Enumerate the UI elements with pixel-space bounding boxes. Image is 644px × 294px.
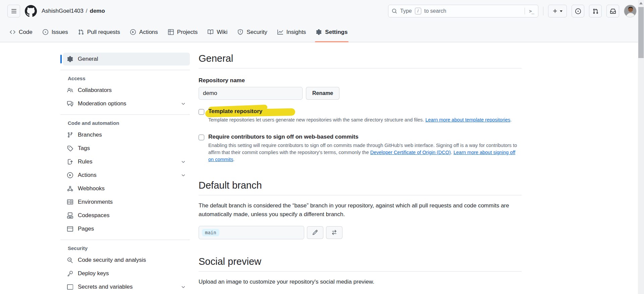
sidebar-item-code-security[interactable]: Code security and analysis <box>63 254 190 266</box>
avatar-photo <box>624 5 637 17</box>
default-branch-input[interactable]: main <box>199 226 304 239</box>
tab-actions[interactable]: Actions <box>125 22 163 42</box>
tab-label: Pull requests <box>87 29 120 36</box>
repository-name-input[interactable] <box>199 87 303 100</box>
header-divider <box>543 7 543 15</box>
sidebar-item-secrets-variables[interactable]: Secrets and variables <box>63 281 190 293</box>
tab-label: Wiki <box>217 29 227 36</box>
chevron-down-icon <box>181 159 186 164</box>
sidebar-item-label: Code security and analysis <box>78 257 146 263</box>
breadcrumb-separator: / <box>86 8 88 14</box>
tab-pull-requests[interactable]: Pull requests <box>73 22 125 42</box>
tab-code[interactable]: Code <box>5 22 38 42</box>
template-repositories-link[interactable]: Learn more about template repositories <box>425 117 510 122</box>
chevron-down-icon <box>181 101 186 106</box>
tab-label: Actions <box>139 29 158 36</box>
tab-issues[interactable]: Issues <box>38 22 73 42</box>
github-logo[interactable] <box>25 5 37 17</box>
tab-projects[interactable]: Projects <box>163 22 203 42</box>
tab-label: Security <box>247 29 267 36</box>
tab-wiki[interactable]: Wiki <box>203 22 232 42</box>
section-divider <box>199 195 522 195</box>
sidebar-item-codespaces[interactable]: Codespaces <box>63 209 190 222</box>
breadcrumb-repo-link[interactable]: demo <box>90 8 105 14</box>
rename-branch-button[interactable] <box>307 226 323 239</box>
arrow-switch-icon <box>331 230 337 235</box>
sidebar-item-pages[interactable]: Pages <box>63 223 190 235</box>
template-repository-label[interactable]: Template repository <box>208 108 262 114</box>
hamburger-menu-button[interactable] <box>7 5 20 17</box>
table-icon <box>168 29 174 35</box>
settings-content: General Repository name Rename <box>199 42 522 293</box>
play-icon <box>130 29 136 35</box>
sidebar-item-label: Actions <box>78 172 97 179</box>
codescan-icon <box>67 257 73 263</box>
general-heading: General <box>199 53 522 64</box>
inbox-button[interactable] <box>606 5 619 17</box>
pull-requests-dashboard-button[interactable] <box>589 5 602 17</box>
sidebar-item-rules[interactable]: Rules <box>63 155 190 168</box>
command-palette-icon[interactable]: >_ <box>525 8 535 14</box>
tag-icon <box>67 145 73 151</box>
issue-opened-icon <box>575 8 581 14</box>
tab-settings[interactable]: Settings <box>311 22 353 42</box>
switch-branch-button[interactable] <box>326 226 342 239</box>
dco-link[interactable]: Developer Certificate of Origin (DCO) <box>370 150 451 155</box>
signoff-checkbox[interactable] <box>199 135 204 140</box>
tab-label: Issues <box>52 29 68 36</box>
note-text: . <box>233 157 234 162</box>
social-preview-description: Upload an image to customize your reposi… <box>199 278 522 286</box>
default-branch-heading: Default branch <box>199 180 522 191</box>
sidebar-item-tags[interactable]: Tags <box>63 142 190 155</box>
key-asterisk-icon <box>67 284 73 290</box>
git-branch-icon <box>67 132 73 138</box>
sidebar-item-actions[interactable]: Actions <box>63 169 190 182</box>
sidebar-item-label: Rules <box>78 158 92 165</box>
pencil-icon <box>312 230 318 235</box>
note-text: . <box>451 150 453 155</box>
breadcrumb-owner-link[interactable]: AshishGoel1403 <box>42 8 84 14</box>
sidebar-item-branches[interactable]: Branches <box>63 129 190 141</box>
sidebar-item-general[interactable]: General <box>63 53 190 65</box>
issues-dashboard-button[interactable] <box>572 5 584 17</box>
chevron-down-icon <box>181 285 186 290</box>
server-icon <box>67 199 73 205</box>
search-placeholder-suffix: to search <box>424 8 446 14</box>
sidebar-section-code-automation: Code and automation <box>60 120 190 126</box>
sidebar-item-webhooks[interactable]: Webhooks <box>63 182 190 195</box>
chevron-down-icon <box>181 173 186 178</box>
git-pull-request-icon <box>593 8 598 14</box>
signoff-label[interactable]: Require contributors to sign off on web-… <box>208 134 359 140</box>
sidebar-item-label: Branches <box>78 132 102 138</box>
sidebar-item-moderation-options[interactable]: Moderation options <box>63 97 190 110</box>
issue-opened-icon <box>43 29 48 35</box>
scrollbar-thumb[interactable] <box>638 7 644 58</box>
rename-button[interactable]: Rename <box>306 87 339 100</box>
chevron-down-icon <box>560 10 562 12</box>
sidebar-item-environments[interactable]: Environments <box>63 196 190 208</box>
key-icon <box>67 271 73 277</box>
gear-icon <box>316 29 322 35</box>
template-repository-checkbox[interactable] <box>199 109 204 115</box>
global-search-input[interactable]: Type / to search >_ <box>388 5 538 17</box>
user-avatar[interactable] <box>624 5 637 17</box>
section-divider <box>199 271 522 272</box>
section-divider <box>199 68 522 68</box>
sidebar-item-label: Secrets and variables <box>78 284 132 290</box>
tab-security[interactable]: Security <box>232 22 272 42</box>
sidebar-section-security: Security <box>60 245 190 251</box>
browser-viewport: AshishGoel1403 / demo Type / to search >… <box>0 0 644 294</box>
repository-name-label: Repository name <box>199 77 522 84</box>
sidebar-item-label: Codespaces <box>78 212 110 219</box>
shield-icon <box>237 29 243 35</box>
sidebar-item-collaborators[interactable]: Collaborators <box>63 84 190 97</box>
sidebar-item-label: Webhooks <box>78 185 105 192</box>
social-preview-heading: Social preview <box>199 256 522 267</box>
template-repository-setting: Template repository Template repositorie… <box>199 108 522 124</box>
create-new-button[interactable] <box>548 5 567 17</box>
people-icon <box>67 87 73 93</box>
tab-insights[interactable]: Insights <box>272 22 311 42</box>
tab-label: Projects <box>177 29 198 36</box>
sidebar-item-deploy-keys[interactable]: Deploy keys <box>63 267 190 280</box>
scrollbar-up-arrow[interactable] <box>639 2 643 4</box>
